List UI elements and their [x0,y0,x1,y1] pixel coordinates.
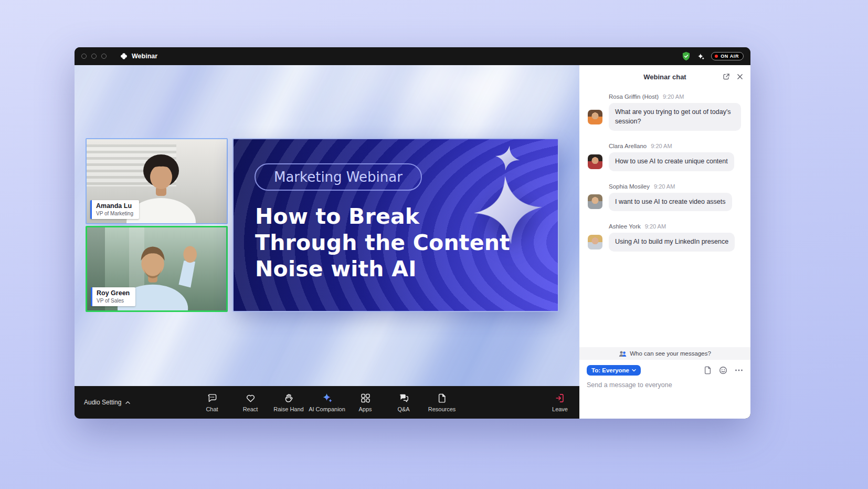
toolbar-button-label: Raise Hand [273,406,303,412]
toolbar-react-button[interactable]: React [231,392,270,412]
sparkle-shape-small [492,142,523,174]
message-author: Rosa Griffin (Host) [609,93,659,100]
shared-presentation-slide: Marketing Webinar How to Break Through t… [232,138,559,312]
toolbar-button-label: Resources [428,406,456,412]
recipient-selector[interactable]: To: Everyone [587,365,641,376]
audio-setting-button[interactable]: Audio Setting [84,399,131,406]
video-tile-roy[interactable]: Roy Green VP of Sales [86,226,228,312]
hand-icon [283,392,294,404]
chat-header: Webinar chat [579,65,750,88]
on-air-dot-icon [715,55,718,58]
chevron-up-icon [125,401,131,404]
chat-composer: To: Everyone [579,360,750,419]
apps-grid-icon [359,392,371,404]
avatar-rosa [588,110,602,124]
on-air-label: ON AIR [721,54,739,59]
message-author: Ashlee York [609,223,641,230]
window-minimize-button[interactable] [91,54,97,59]
document-icon [436,392,448,404]
composer-toolbar: To: Everyone [587,365,743,376]
window-close-button[interactable] [81,54,87,59]
participant-name: Amanda Lu [96,202,133,210]
message-meta: Sophia Mosiley 9:20 AM [609,183,742,190]
visibility-notice[interactable]: Who can see your messages? [579,347,750,360]
security-shield-icon[interactable] [682,51,691,61]
composer-icons [704,366,743,374]
titlebar: Webinar ON AIR [75,47,750,65]
visibility-notice-label: Who can see your messages? [630,350,711,357]
more-options-icon[interactable] [735,369,743,371]
nametag-amanda: Amanda Lu VP of Marketing [90,200,139,219]
participant-role: VP of Marketing [96,211,133,216]
ai-sparkle-icon [321,392,333,404]
avatar-sophia [588,194,602,209]
chat-message: Clara Arellano 9:20 AM How to use AI to … [588,143,742,171]
pop-out-icon[interactable] [722,72,731,81]
toolbar-button-label: Q&A [397,406,409,412]
avatar-clara [588,154,602,169]
close-icon[interactable] [736,73,744,80]
toolbar-resources-button[interactable]: Resources [423,392,461,412]
message-bubble: How to use AI to create unique content [609,152,734,171]
chat-message-list: Rosa Griffin (Host) 9:20 AM What are you… [579,88,750,347]
app-identity: Webinar [120,52,157,60]
titlebar-status: ON AIR [682,51,744,61]
attach-file-icon[interactable] [704,366,712,374]
leave-button[interactable]: Leave [552,392,568,412]
toolbar-button-label: AI Companion [309,406,345,412]
message-row: What are you trying to get out of today'… [588,103,742,131]
message-bubble: I want to use AI to create video assets [609,193,732,212]
message-time: 9:20 AM [651,143,672,149]
message-row: Using AI to build my LinkedIn presence [588,233,742,252]
toolbar-button-label: Chat [206,406,218,412]
chevron-down-icon [632,369,636,372]
avatar-ashlee [588,235,602,249]
toolbar-qa-button[interactable]: Q&A [385,392,423,412]
participant-role: VP of Sales [97,298,130,304]
webinar-window: Webinar ON AIR [75,47,750,419]
leave-door-icon [554,392,566,404]
stage-column: Amanda Lu VP of Marketing [75,65,579,419]
toolbar-button-label: React [243,406,258,412]
on-air-badge: ON AIR [711,52,744,60]
message-time: 9:20 AM [645,223,666,230]
ai-sparkle-status-icon[interactable] [697,53,705,60]
message-row: How to use AI to create unique content [588,152,742,171]
video-stage: Amanda Lu VP of Marketing [75,65,579,386]
toolbar-button-group: Chat React [193,392,461,412]
main-area: Amanda Lu VP of Marketing [75,65,750,419]
message-author: Sophia Mosiley [609,183,650,190]
heart-icon [245,392,256,404]
chat-header-actions [722,72,744,81]
video-tile-amanda[interactable]: Amanda Lu VP of Marketing [86,138,228,224]
nametag-roy: Roy Green VP of Sales [91,287,135,306]
message-meta: Ashlee York 9:20 AM [609,223,742,230]
audio-setting-label: Audio Setting [84,399,121,406]
window-maximize-button[interactable] [101,54,107,59]
message-bubble: What are you trying to get out of today'… [609,103,741,131]
toolbar-chat-button[interactable]: Chat [193,392,231,412]
message-time: 9:20 AM [654,183,675,190]
chat-message: Ashlee York 9:20 AM Using AI to build my… [588,223,742,252]
emoji-icon[interactable] [719,366,727,374]
webinar-logo-icon [120,52,128,60]
chat-message: Sophia Mosiley 9:20 AM I want to use AI … [588,183,742,212]
message-meta: Clara Arellano 9:20 AM [609,143,742,149]
participant-name: Roy Green [97,289,130,297]
toolbar-apps-button[interactable]: Apps [346,392,385,412]
message-meta: Rosa Griffin (Host) 9:20 AM [609,93,742,100]
toolbar-raise-hand-button[interactable]: Raise Hand [270,392,308,412]
leave-button-label: Leave [552,406,568,412]
message-time: 9:20 AM [663,93,684,100]
message-input[interactable]: Send a message to everyone [587,381,743,389]
message-row: I want to use AI to create video assets [588,193,742,212]
toolbar-ai-companion-button[interactable]: AI Companion [308,392,346,412]
message-bubble: Using AI to build my LinkedIn presence [609,233,735,252]
message-author: Clara Arellano [609,143,647,149]
audience-icon [619,350,627,357]
qa-bubbles-icon [398,392,409,404]
chat-message: Rosa Griffin (Host) 9:20 AM What are you… [588,93,742,131]
slide-title: How to Break Through the Content Noise w… [255,203,510,282]
recipient-label: To: Everyone [591,367,629,373]
slide-badge: Marketing Webinar [255,163,422,191]
